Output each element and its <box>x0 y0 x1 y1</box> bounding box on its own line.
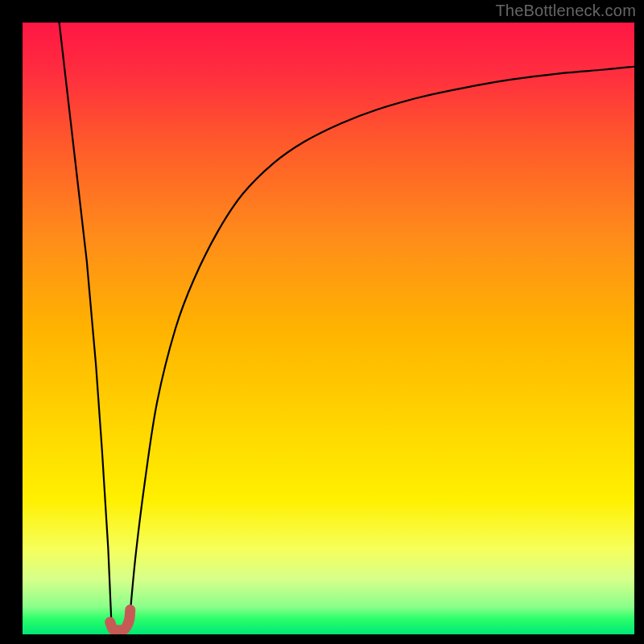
plot-area <box>23 23 634 634</box>
chart-frame: TheBottleneck.com <box>0 0 644 644</box>
watermark-text: TheBottleneck.com <box>495 2 636 20</box>
gradient-background <box>23 23 634 634</box>
chart-svg <box>23 23 634 634</box>
